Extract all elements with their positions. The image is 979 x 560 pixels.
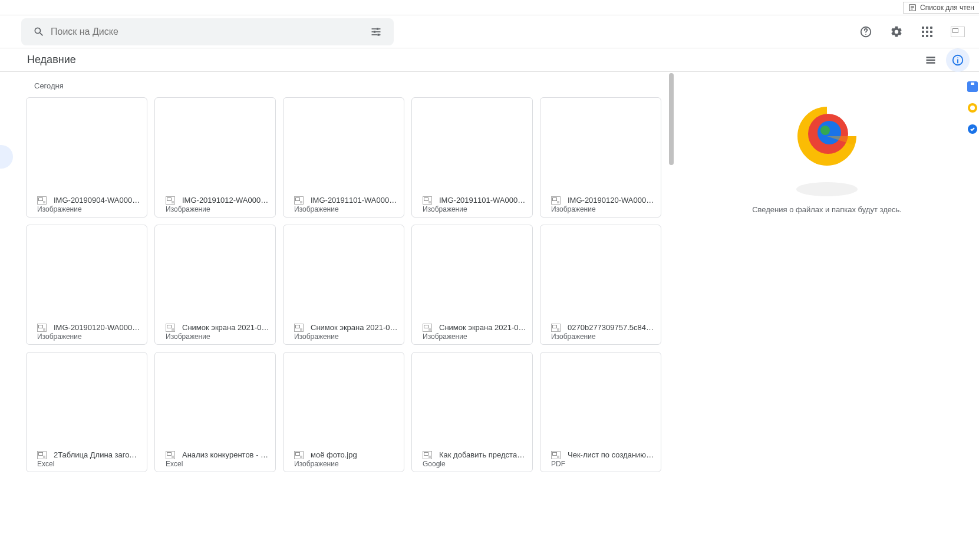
- file-card[interactable]: Анализ конкурентов - ки...Excel: [154, 352, 276, 472]
- file-thumb-broken-icon: [551, 324, 561, 332]
- file-card[interactable]: Чек-лист по созданию Р...PDF: [540, 352, 661, 472]
- file-type: Изображение: [166, 205, 269, 213]
- details-illustration: [780, 92, 874, 204]
- svg-rect-5: [372, 31, 381, 32]
- file-card[interactable]: Снимок экрана 2021-04-...Изображение: [283, 225, 404, 345]
- rail-app-3[interactable]: [967, 124, 978, 134]
- svg-rect-9: [377, 28, 378, 29]
- file-type: Изображение: [294, 332, 398, 341]
- svg-point-21: [957, 57, 958, 58]
- file-thumb-broken-icon: [166, 196, 175, 205]
- file-card[interactable]: Снимок экрана 2021-04-...Изображение: [411, 225, 533, 345]
- file-thumb-broken-icon: [551, 196, 561, 205]
- file-thumb-broken-icon: [37, 324, 47, 332]
- file-type: Excel: [166, 460, 269, 468]
- file-thumb-broken-icon: [166, 324, 175, 332]
- search-icon[interactable]: [27, 26, 51, 38]
- reading-list-label: Список для чтен: [920, 4, 974, 12]
- file-name: моё фото.jpg: [311, 450, 357, 459]
- file-thumb-broken-icon: [423, 196, 432, 205]
- rail-app-2[interactable]: [967, 103, 978, 113]
- file-thumb-broken-icon: [551, 451, 561, 459]
- scrollbar[interactable]: [668, 72, 675, 560]
- file-type: Изображение: [37, 205, 141, 213]
- svg-rect-4: [372, 28, 381, 29]
- file-thumb-broken-icon: [294, 324, 304, 332]
- header-actions: [854, 20, 970, 44]
- account-avatar[interactable]: [946, 20, 970, 44]
- svg-point-24: [818, 121, 841, 144]
- scrollbar-thumb[interactable]: [669, 73, 674, 165]
- help-icon[interactable]: [854, 20, 878, 44]
- svg-rect-17: [927, 59, 935, 61]
- file-name: 0270b277309757.5c849d...: [568, 323, 655, 332]
- file-thumb-broken-icon: [294, 451, 304, 459]
- file-name: IMG-20191101-WA0000.jp...: [311, 196, 398, 205]
- file-card[interactable]: IMG-20190904-WA0004.jpgИзображение: [26, 97, 147, 218]
- details-panel: Сведения о файлах и папках будут здесь.: [675, 72, 979, 560]
- file-thumb-broken-icon: [423, 451, 432, 459]
- file-card[interactable]: IMG-20191101-WA0008.jpgИзображение: [411, 97, 533, 218]
- file-name: IMG-20190120-WA0002.jpg: [568, 196, 655, 205]
- file-type: Excel: [37, 460, 141, 468]
- file-name: 2Таблица Длина заголов...: [54, 450, 141, 459]
- google-apps-icon[interactable]: [915, 20, 939, 44]
- info-panel-toggle-icon[interactable]: [946, 48, 970, 72]
- list-view-icon[interactable]: [919, 48, 942, 72]
- file-card[interactable]: 2Таблица Длина заголов...Excel: [26, 352, 147, 472]
- file-thumb-broken-icon: [294, 196, 304, 205]
- file-type: Изображение: [551, 332, 655, 341]
- file-card[interactable]: IMG-20191012-WA0007.jpgИзображение: [154, 97, 276, 218]
- svg-point-22: [796, 182, 858, 196]
- settings-gear-icon[interactable]: [885, 20, 908, 44]
- file-card[interactable]: IMG-20190120-WA0002.jpgИзображение: [540, 97, 661, 218]
- file-card[interactable]: 0270b277309757.5c849d...Изображение: [540, 225, 661, 345]
- svg-rect-11: [374, 31, 375, 32]
- search-tune-icon[interactable]: [364, 26, 388, 38]
- file-type: Изображение: [37, 332, 141, 341]
- app-header: [0, 15, 979, 48]
- file-grid: IMG-20190904-WA0004.jpgИзображениеIMG-20…: [26, 97, 675, 472]
- file-name: IMG-20191101-WA0008.jpg: [439, 196, 526, 205]
- file-thumb-broken-icon: [37, 196, 47, 205]
- file-type: Изображение: [166, 332, 269, 341]
- rail-app-1[interactable]: [967, 81, 978, 92]
- side-rail: [966, 81, 979, 134]
- file-name: Анализ конкурентов - ки...: [182, 450, 269, 459]
- search-bar[interactable]: [21, 18, 394, 45]
- reading-list-icon: [908, 4, 917, 12]
- svg-point-25: [820, 126, 830, 135]
- file-card[interactable]: IMG-20190120-WA0001.jpgИзображение: [26, 225, 147, 345]
- view-controls: [919, 48, 970, 72]
- file-type: Изображение: [294, 205, 398, 213]
- file-thumb-broken-icon: [37, 451, 47, 459]
- reading-list-button[interactable]: Список для чтен: [903, 2, 979, 14]
- file-type: Изображение: [294, 460, 398, 468]
- file-name: Снимок экрана 2021-04-...: [182, 323, 269, 332]
- svg-rect-13: [378, 34, 380, 35]
- svg-rect-27: [971, 83, 974, 85]
- file-card[interactable]: моё фото.jpgИзображение: [283, 352, 404, 472]
- svg-point-15: [865, 34, 866, 34]
- file-thumb-broken-icon: [166, 451, 175, 459]
- svg-point-29: [970, 106, 975, 110]
- search-input[interactable]: [51, 27, 364, 37]
- file-card[interactable]: IMG-20191101-WA0000.jp...Изображение: [283, 97, 404, 218]
- file-name: IMG-20191012-WA0007.jpg: [182, 196, 269, 205]
- section-label: Сегодня: [26, 79, 675, 97]
- main-content: Сегодня IMG-20190904-WA0004.jpgИзображен…: [0, 72, 675, 560]
- file-card[interactable]: Снимок экрана 2021-04-...Изображение: [154, 225, 276, 345]
- file-type: Google: [423, 460, 526, 468]
- browser-bookmarks-bar: Список для чтен: [0, 0, 979, 15]
- file-type: Изображение: [423, 332, 526, 341]
- page-title: Недавние: [27, 54, 76, 66]
- page-subheader: Недавние: [0, 48, 979, 72]
- file-thumb-broken-icon: [423, 324, 432, 332]
- svg-rect-16: [927, 57, 935, 58]
- file-name: Снимок экрана 2021-04-...: [311, 323, 398, 332]
- file-name: IMG-20190120-WA0001.jpg: [54, 323, 141, 332]
- file-name: IMG-20190904-WA0004.jpg: [54, 196, 141, 205]
- file-card[interactable]: Как добавить представи...Google: [411, 352, 533, 472]
- file-type: Изображение: [551, 205, 655, 213]
- file-type: Изображение: [423, 205, 526, 213]
